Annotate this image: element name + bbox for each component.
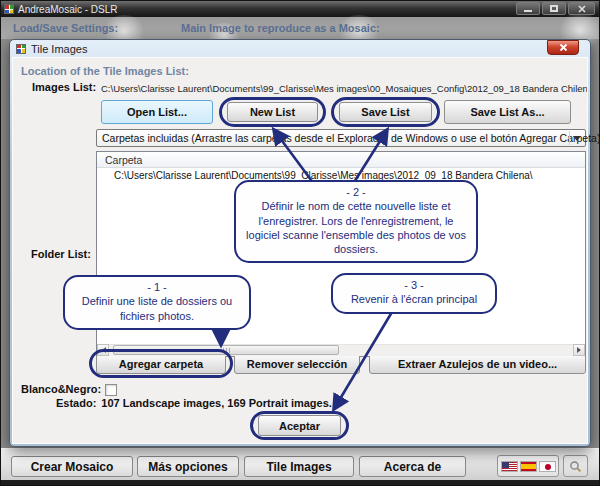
callout-3-text: Revenir à l'écran principal (341, 292, 487, 306)
tile-images-button[interactable]: Tile Images (244, 456, 354, 477)
callout-2-text: Définir le nom de cette nouvelle liste e… (244, 199, 468, 256)
main-image-label: Main Image to reproduce as a Mosaic: (181, 22, 380, 34)
maximize-button[interactable] (542, 2, 566, 15)
images-list-path: C:\Users\Clarisse Laurent\Documents\99_C… (101, 83, 587, 94)
maximize-icon (550, 5, 558, 12)
mas-opciones-button[interactable]: Más opciones (137, 456, 239, 477)
save-list-as-button[interactable]: Save List As... (444, 100, 571, 124)
search-icon (569, 460, 582, 473)
search-button[interactable] (563, 455, 588, 477)
minimize-button[interactable] (516, 2, 540, 15)
language-flags-button[interactable] (497, 455, 559, 477)
dialog-title: Tile Images (31, 43, 87, 55)
blanco-negro-label: Blanco&Negro: (21, 383, 101, 395)
status-label: Estado: (56, 397, 96, 409)
close-icon (578, 5, 586, 13)
chevron-down-icon[interactable] (569, 131, 584, 145)
main-window-titlebar: AndreaMosaic - DSLR (1, 1, 600, 17)
crear-mosaico-button[interactable]: Crear Mosaico (11, 456, 133, 477)
close-icon (559, 43, 568, 52)
scroll-right-button[interactable] (573, 344, 585, 356)
callout-2-title: - 2 - (244, 185, 468, 199)
blanco-negro-checkbox[interactable] (105, 384, 117, 396)
section-header: Location of the Tile Images List: (21, 65, 189, 77)
minimize-icon (524, 10, 532, 12)
callout-step-3: - 3 - Revenir à l'écran principal (331, 273, 497, 314)
highlight-oval-save-list (331, 97, 440, 127)
dropdown-selected-text: Carpetas incluidas (Arrastre las carpeta… (97, 132, 600, 144)
triangle-right-icon (577, 347, 584, 353)
status-value: 107 Landscape images, 169 Portrait image… (101, 397, 332, 409)
japan-flag-icon (539, 461, 556, 472)
callout-1-title: - 1 - (73, 280, 241, 294)
highlight-oval-agregar (89, 349, 233, 378)
callout-3-title: - 3 - (341, 278, 487, 292)
open-list-button[interactable]: Open List... (101, 100, 213, 124)
folder-mode-dropdown[interactable]: Carpetas incluidas (Arrastre las carpeta… (96, 129, 586, 147)
folder-column-header[interactable]: Carpeta (97, 152, 585, 168)
folder-list-label: Folder List: (31, 248, 91, 260)
app-mosaic-icon (4, 4, 14, 14)
highlight-oval-new-list (219, 97, 326, 127)
callout-step-2: - 2 - Définir le nom de cette nouvelle l… (234, 180, 478, 263)
callout-step-1: - 1 - Definir une liste de dossiers ou f… (63, 275, 251, 330)
highlight-oval-aceptar (250, 411, 349, 440)
window-bottom-edge (1, 480, 600, 486)
close-window-button[interactable] (568, 2, 595, 15)
images-list-label: Images List: (32, 81, 96, 93)
dialog-mosaic-icon (16, 44, 26, 54)
acerca-de-button[interactable]: Acerca de (359, 456, 466, 477)
us-flag-icon (501, 461, 518, 472)
main-window-title: AndreaMosaic - DSLR (18, 4, 117, 15)
callout-1-text: Definir une liste de dossiers ou fichier… (73, 294, 241, 323)
load-save-settings-label: Load/Save Settings: (13, 22, 118, 34)
spain-flag-icon (520, 461, 537, 472)
remover-seleccion-button[interactable]: Remover selección (234, 353, 360, 374)
screen: AndreaMosaic - DSLR Load/Save Settings: … (0, 0, 600, 486)
folder-column-header-label: Carpeta (105, 154, 142, 166)
dialog-titlebar[interactable]: Tile Images (9, 39, 591, 58)
dialog-close-button[interactable] (547, 40, 579, 55)
extraer-azulejos-button[interactable]: Extraer Azulejos de un video... (369, 353, 586, 374)
status-line: Estado: 107 Landscape images, 169 Portra… (56, 397, 332, 409)
